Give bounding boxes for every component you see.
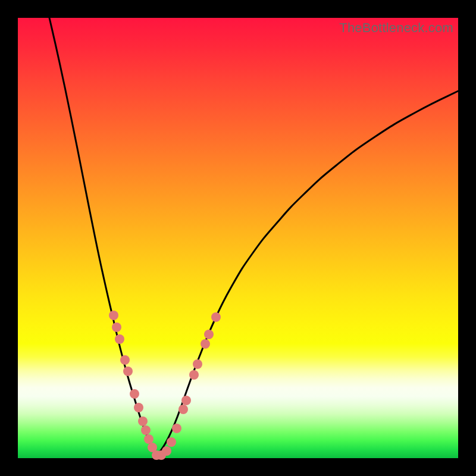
marker-dot [178, 405, 188, 414]
marker-dot [141, 425, 151, 435]
marker-dot [172, 424, 181, 433]
curve-left-branch [49, 18, 156, 456]
marker-dot [181, 396, 191, 405]
plot-area: TheBottleneck.com [18, 18, 458, 458]
curve-layer [18, 18, 458, 458]
marker-dot [211, 312, 221, 322]
marker-dot [204, 330, 214, 339]
marker-dot [115, 334, 124, 344]
marker-dot [123, 367, 133, 376]
marker-dots-group [109, 311, 221, 460]
marker-dot [193, 359, 202, 369]
marker-dot [112, 322, 121, 332]
curve-right-branch [156, 91, 458, 456]
marker-dot [138, 416, 148, 426]
marker-dot [167, 437, 176, 447]
marker-dot [120, 355, 130, 365]
chart-frame: TheBottleneck.com [0, 0, 476, 476]
marker-dot [162, 446, 171, 456]
marker-dot [201, 339, 210, 349]
marker-dot [134, 403, 143, 412]
marker-dot [144, 434, 154, 444]
marker-dot [189, 370, 199, 380]
marker-dot [109, 311, 118, 320]
marker-dot [130, 389, 139, 399]
